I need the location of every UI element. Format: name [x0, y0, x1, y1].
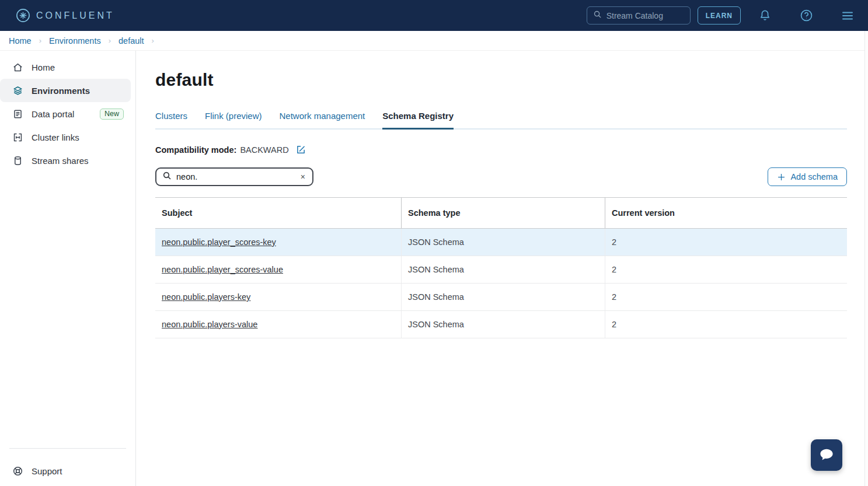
current-version-cell: 2: [605, 229, 847, 256]
current-version-cell: 2: [605, 311, 847, 338]
page-title: default: [155, 70, 868, 90]
subject-search-input[interactable]: [176, 172, 299, 181]
layers-icon: [12, 85, 23, 96]
confluent-logo-icon: [16, 8, 30, 23]
bell-icon[interactable]: [758, 9, 772, 23]
search-icon: [162, 171, 172, 183]
stream-catalog-search[interactable]: [587, 6, 691, 25]
document-icon: [12, 109, 23, 120]
brand-name: CONFLUENT: [36, 11, 114, 21]
chevron-right-icon: ›: [152, 36, 154, 45]
breadcrumb-default[interactable]: default: [118, 36, 144, 46]
breadcrumb: Home › Environments › default ›: [0, 31, 868, 51]
learn-button[interactable]: LEARN: [698, 6, 741, 25]
home-icon: [12, 62, 23, 73]
subject-link[interactable]: neon.public.players-value: [162, 320, 257, 329]
search-icon: [593, 10, 602, 21]
stream-catalog-input[interactable]: [606, 11, 677, 20]
chevron-right-icon: ›: [109, 36, 111, 45]
lifebuoy-icon: [12, 466, 23, 477]
schema-table: Subject Schema type Current version neon…: [155, 197, 847, 338]
tab-network-management[interactable]: Network management: [280, 111, 365, 130]
navbar-right: LEARN: [587, 6, 855, 25]
sidebar-item-label: Home: [32, 62, 55, 72]
breadcrumb-home[interactable]: Home: [9, 36, 32, 46]
edit-icon[interactable]: [296, 145, 306, 155]
breadcrumb-environments[interactable]: Environments: [49, 36, 101, 46]
sidebar-item-support[interactable]: Support: [0, 459, 131, 482]
sidebar-item-stream-shares[interactable]: Stream shares: [0, 149, 131, 172]
chevron-right-icon: ›: [39, 36, 41, 45]
current-version-cell: 2: [605, 284, 847, 310]
subject-search-box[interactable]: ×: [155, 167, 313, 186]
plus-icon: [777, 173, 786, 181]
compatibility-mode-label: Compatibility mode:: [155, 145, 236, 155]
column-header-schema-type: Schema type: [401, 198, 605, 228]
tab-clusters[interactable]: Clusters: [155, 111, 187, 130]
table-row[interactable]: neon.public.player_scores-key JSON Schem…: [155, 229, 847, 256]
sidebar-bottom: Support: [0, 448, 135, 486]
confluent-brand[interactable]: CONFLUENT: [16, 8, 114, 23]
schema-type-cell: JSON Schema: [401, 229, 605, 256]
table-row[interactable]: neon.public.player_scores-value JSON Sch…: [155, 256, 847, 284]
table-header-row: Subject Schema type Current version: [155, 198, 847, 229]
schema-type-cell: JSON Schema: [401, 284, 605, 310]
sidebar-item-label: Support: [32, 466, 62, 476]
column-header-subject: Subject: [155, 198, 401, 228]
sidebar-item-data-portal[interactable]: Data portal New: [0, 102, 131, 125]
compatibility-mode-row: Compatibility mode: BACKWARD: [155, 145, 868, 155]
compatibility-mode-value: BACKWARD: [240, 145, 288, 155]
help-icon[interactable]: [799, 9, 813, 23]
tab-flink-preview[interactable]: Flink (preview): [205, 111, 262, 130]
sidebar-divider: [9, 448, 126, 449]
schema-type-cell: JSON Schema: [401, 311, 605, 338]
tab-bar: Clusters Flink (preview) Network managem…: [155, 111, 847, 130]
add-schema-button[interactable]: Add schema: [768, 167, 847, 186]
subject-link[interactable]: neon.public.players-key: [162, 292, 250, 302]
subject-link[interactable]: neon.public.player_scores-value: [162, 265, 283, 274]
add-schema-label: Add schema: [790, 172, 838, 181]
sidebar: Home Environments Data portal New: [0, 51, 136, 486]
column-header-current-version: Current version: [605, 198, 847, 228]
main-content: default Clusters Flink (preview) Network…: [136, 51, 868, 486]
tab-schema-registry[interactable]: Schema Registry: [382, 111, 454, 130]
table-row[interactable]: neon.public.players-key JSON Schema 2: [155, 284, 847, 311]
sidebar-item-environments[interactable]: Environments: [0, 79, 131, 102]
sidebar-item-label: Cluster links: [32, 132, 79, 142]
top-navbar: CONFLUENT LEARN: [0, 0, 868, 31]
schema-toolbar: × Add schema: [155, 167, 847, 186]
database-icon: [12, 155, 23, 166]
sidebar-item-label: Data portal: [32, 109, 74, 119]
navbar-icon-group: [758, 9, 855, 23]
sidebar-item-label: Stream shares: [32, 156, 89, 166]
sidebar-item-home[interactable]: Home: [0, 55, 131, 79]
chat-button[interactable]: [811, 439, 842, 471]
table-row[interactable]: neon.public.players-value JSON Schema 2: [155, 311, 847, 338]
current-version-cell: 2: [605, 256, 847, 283]
schema-type-cell: JSON Schema: [401, 256, 605, 283]
cluster-link-icon: [12, 132, 23, 143]
subject-link[interactable]: neon.public.player_scores-key: [162, 237, 276, 247]
new-badge: New: [100, 109, 124, 120]
hamburger-menu-icon[interactable]: [841, 9, 855, 23]
scrollbar-track[interactable]: [864, 31, 868, 486]
speech-bubble-icon: [818, 446, 835, 465]
sidebar-item-cluster-links[interactable]: Cluster links: [0, 125, 131, 149]
sidebar-item-label: Environments: [32, 86, 90, 96]
clear-search-icon[interactable]: ×: [299, 172, 306, 181]
